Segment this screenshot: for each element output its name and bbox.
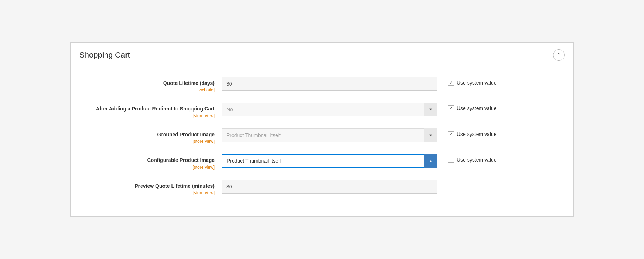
checkbox-grouped-product-image[interactable] [448, 131, 454, 137]
checkbox-wrapper-configurable-product-image: Use system value [448, 157, 496, 163]
label-quote-lifetime: Quote Lifetime (days) [85, 80, 215, 87]
checkbox-redirect-to-cart[interactable] [448, 105, 454, 111]
control-col-grouped-product-image: Product Thumbnail Itself Parent Product … [222, 128, 437, 142]
checkbox-wrapper-redirect-to-cart: Use system value [448, 105, 496, 111]
control-col-preview-quote-lifetime [222, 180, 437, 194]
input-quote-lifetime[interactable] [222, 77, 437, 91]
collapse-button[interactable]: ⌃ [553, 49, 565, 61]
use-system-col-configurable-product-image: Use system value [437, 154, 509, 163]
control-col-quote-lifetime [222, 77, 437, 91]
checkbox-label-configurable-product-image: Use system value [457, 157, 496, 163]
form-row-preview-quote-lifetime: Preview Quote Lifetime (minutes) [store … [85, 180, 559, 196]
scope-quote-lifetime: [website] [85, 87, 215, 92]
checkbox-quote-lifetime[interactable] [448, 80, 454, 86]
input-preview-quote-lifetime[interactable] [222, 180, 437, 194]
scope-redirect-to-cart: [store view] [85, 113, 215, 118]
select-grouped-product-image[interactable]: Product Thumbnail Itself Parent Product … [222, 128, 437, 142]
use-system-col-redirect-to-cart: Use system value [437, 103, 509, 111]
scope-configurable-product-image: [store view] [85, 165, 215, 170]
form-row-redirect-to-cart: After Adding a Product Redirect to Shopp… [85, 103, 559, 118]
form-row-configurable-product-image: Configurable Product Image [store view] … [85, 154, 559, 170]
panel-header: Shopping Cart ⌃ [71, 43, 573, 66]
shopping-cart-panel: Shopping Cart ⌃ Quote Lifetime (days) [w… [70, 42, 574, 217]
checkbox-wrapper-grouped-product-image: Use system value [448, 131, 496, 137]
label-grouped-product-image: Grouped Product Image [85, 131, 215, 138]
label-col-configurable-product-image: Configurable Product Image [store view] [85, 154, 222, 170]
label-col-redirect-to-cart: After Adding a Product Redirect to Shopp… [85, 103, 222, 118]
select-wrapper-configurable-product-image: Product Thumbnail Itself Parent Product … [222, 154, 437, 168]
label-col-grouped-product-image: Grouped Product Image [store view] [85, 128, 222, 144]
label-redirect-to-cart: After Adding a Product Redirect to Shopp… [85, 105, 215, 113]
use-system-col-preview-quote-lifetime [437, 180, 509, 183]
control-col-configurable-product-image: Product Thumbnail Itself Parent Product … [222, 154, 437, 168]
checkbox-label-redirect-to-cart: Use system value [457, 105, 496, 111]
use-system-col-quote-lifetime: Use system value [437, 77, 509, 86]
control-col-redirect-to-cart: No Yes ▼ [222, 103, 437, 116]
scope-grouped-product-image: [store view] [85, 139, 215, 144]
select-wrapper-redirect-to-cart: No Yes ▼ [222, 103, 437, 116]
checkbox-label-quote-lifetime: Use system value [457, 80, 496, 86]
label-configurable-product-image: Configurable Product Image [85, 157, 215, 164]
use-system-col-grouped-product-image: Use system value [437, 128, 509, 137]
panel-title: Shopping Cart [79, 50, 130, 60]
label-col-quote-lifetime: Quote Lifetime (days) [website] [85, 77, 222, 93]
label-col-preview-quote-lifetime: Preview Quote Lifetime (minutes) [store … [85, 180, 222, 196]
panel-body: Quote Lifetime (days) [website] Use syst… [71, 66, 573, 217]
label-preview-quote-lifetime: Preview Quote Lifetime (minutes) [85, 183, 215, 190]
select-wrapper-grouped-product-image: Product Thumbnail Itself Parent Product … [222, 128, 437, 142]
scope-preview-quote-lifetime: [store view] [85, 190, 215, 195]
checkbox-configurable-product-image[interactable] [448, 157, 454, 163]
checkbox-label-grouped-product-image: Use system value [457, 131, 496, 137]
form-row-grouped-product-image: Grouped Product Image [store view] Produ… [85, 128, 559, 144]
select-configurable-product-image[interactable]: Product Thumbnail Itself Parent Product … [222, 154, 437, 168]
form-row-quote-lifetime: Quote Lifetime (days) [website] Use syst… [85, 77, 559, 93]
select-redirect-to-cart[interactable]: No Yes [222, 103, 437, 116]
checkbox-wrapper-quote-lifetime: Use system value [448, 80, 496, 86]
